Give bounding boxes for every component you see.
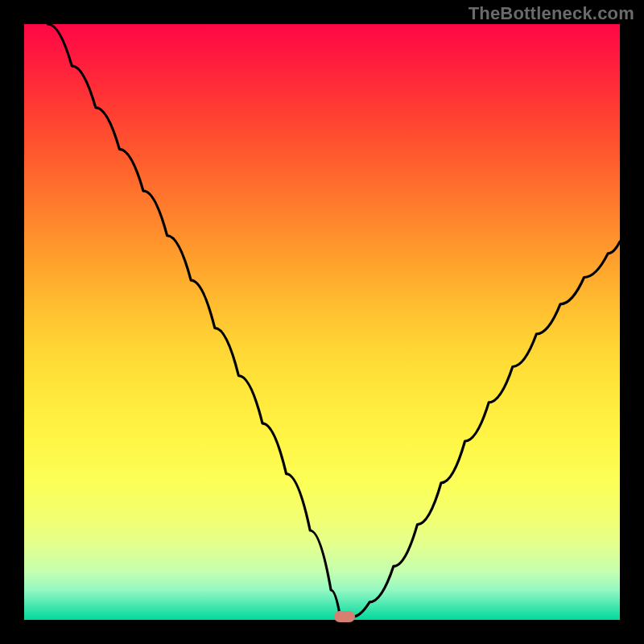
bottleneck-curve — [48, 24, 620, 617]
watermark-text: TheBottleneck.com — [469, 3, 634, 24]
curve-svg — [24, 24, 620, 620]
chart-frame: TheBottleneck.com — [0, 0, 644, 644]
optimal-marker — [334, 611, 355, 622]
plot-area — [24, 24, 620, 620]
